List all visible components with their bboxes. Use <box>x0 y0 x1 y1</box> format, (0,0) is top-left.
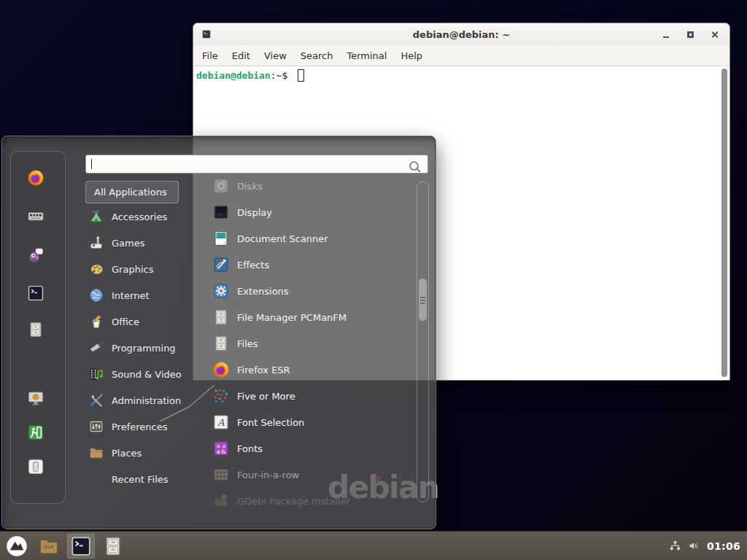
preferences-icon <box>88 419 104 435</box>
category-preferences[interactable]: Preferences <box>85 413 211 440</box>
category-places[interactable]: Places <box>85 440 211 466</box>
category-accessories[interactable]: Accessories <box>85 203 211 230</box>
fonts-icon: aaa& <box>212 440 230 457</box>
taskbar: 01:06 <box>0 531 747 560</box>
application-list: DisksDisplayDocument ScannerEffectsExten… <box>209 173 417 514</box>
terminal-scrollbar-thumb[interactable] <box>721 69 727 377</box>
app-item-fonts[interactable]: aaa&Fonts <box>209 435 417 462</box>
terminal-menu-view[interactable]: View <box>264 50 287 61</box>
menu-scrollbar[interactable] <box>417 182 429 502</box>
favorite-lockscreen-button[interactable] <box>27 389 49 411</box>
taskbar-clock[interactable]: 01:06 <box>707 540 740 552</box>
soundvideo-icon <box>88 366 104 382</box>
svg-text:&: & <box>221 448 226 455</box>
application-menu: All Applications AccessoriesGamesGraphic… <box>1 136 436 529</box>
terminal-menu-terminal[interactable]: Terminal <box>347 50 387 61</box>
app-item-label: GDebi Package Installer <box>237 496 350 507</box>
blank-icon-spacer <box>88 471 104 487</box>
menu-button[interactable] <box>3 534 31 559</box>
files-task-button[interactable] <box>99 534 127 559</box>
logout-icon <box>27 424 44 441</box>
graphics-icon <box>88 261 104 277</box>
fourinrow-icon <box>212 466 230 483</box>
cabinet-icon <box>102 535 124 557</box>
category-graphics[interactable]: Graphics <box>85 256 211 282</box>
terminal-menu-search[interactable]: Search <box>301 50 333 61</box>
app-item-label: Extensions <box>237 286 289 297</box>
terminal-titlebar[interactable]: debian@debian: ~ <box>193 23 729 45</box>
category-programming[interactable]: Programming <box>85 335 211 361</box>
app-item-label: Fonts <box>237 443 263 454</box>
network-indicator[interactable] <box>669 540 681 552</box>
favorite-shutdown-button[interactable] <box>27 458 49 480</box>
terminal-menu-file[interactable]: File <box>202 50 218 61</box>
search-input[interactable] <box>86 155 427 173</box>
terminal-menu-help[interactable]: Help <box>400 50 422 61</box>
category-recent-files[interactable]: Recent Files <box>85 466 211 492</box>
category-games[interactable]: Games <box>85 230 211 256</box>
lockscreen-icon <box>27 389 44 407</box>
app-item-firefox-esr[interactable]: Firefox ESR <box>209 357 417 383</box>
app-item-label: Four-in-a-row <box>237 470 299 481</box>
menu-search-box <box>85 155 428 174</box>
cabinet-icon <box>212 308 230 326</box>
terminal-task-button[interactable] <box>67 534 95 559</box>
app-item-disks[interactable]: Disks <box>209 173 417 199</box>
terminal-window-title: debian@debian: ~ <box>193 29 729 40</box>
app-item-four-in-a-row[interactable]: Four-in-a-row <box>209 462 417 488</box>
category-administration[interactable]: Administration <box>85 387 211 413</box>
terminal-scrollbar[interactable] <box>721 68 728 378</box>
cabinet-icon <box>27 321 44 338</box>
category-label: Graphics <box>112 264 153 275</box>
file-manager-button[interactable] <box>35 534 63 559</box>
app-item-document-scanner[interactable]: Document Scanner <box>209 225 417 252</box>
terminal-menubar: FileEditViewSearchTerminalHelp <box>193 45 729 66</box>
category-internet[interactable]: Internet <box>85 282 211 308</box>
app-item-display[interactable]: Display <box>209 199 417 225</box>
category-office[interactable]: Office <box>85 308 211 335</box>
app-item-font-selection[interactable]: AFont Selection <box>209 409 417 435</box>
app-item-gdebi-package-installer[interactable]: GDebi Package Installer <box>209 488 417 514</box>
favorite-cabinet-button[interactable] <box>27 321 49 343</box>
category-list: AccessoriesGamesGraphicsInternetOfficePr… <box>85 203 211 492</box>
category-sound-video[interactable]: Sound & Video <box>85 361 211 387</box>
close-button[interactable] <box>706 26 722 42</box>
app-item-label: Display <box>237 207 272 218</box>
category-label: Internet <box>112 290 150 301</box>
office-icon <box>88 314 104 330</box>
favorite-keyboard-button[interactable] <box>27 207 49 229</box>
menu-scrollbar-thumb[interactable] <box>419 279 427 321</box>
app-item-label: Effects <box>237 260 269 271</box>
terminal-icon <box>27 284 44 302</box>
fontselection-icon: A <box>212 413 230 431</box>
svg-text:a: a <box>217 448 220 455</box>
app-item-files[interactable]: Files <box>209 330 417 357</box>
app-item-label: File Manager PCManFM <box>237 312 347 323</box>
firefox-icon <box>27 169 44 187</box>
accessories-icon <box>88 209 104 225</box>
category-label: Administration <box>112 395 181 406</box>
app-item-extensions[interactable]: Extensions <box>209 278 417 304</box>
app-item-label: Five or More <box>237 391 295 402</box>
administration-icon <box>88 392 104 408</box>
favorite-pidgin-button[interactable] <box>27 246 49 268</box>
extensions-icon <box>212 282 230 300</box>
scanner-icon <box>212 230 230 247</box>
effects-icon <box>212 256 230 273</box>
favorite-firefox-button[interactable] <box>27 169 49 191</box>
app-item-effects[interactable]: Effects <box>209 252 417 278</box>
minimize-button[interactable] <box>658 26 674 42</box>
terminal-menu-edit[interactable]: Edit <box>232 50 250 61</box>
disks-icon <box>212 177 230 195</box>
svg-text:A: A <box>217 417 225 428</box>
favorite-logout-button[interactable] <box>27 424 49 446</box>
app-item-file-manager-pcmanfm[interactable]: File Manager PCManFM <box>209 304 417 330</box>
volume-indicator[interactable] <box>688 540 700 552</box>
maximize-button[interactable] <box>682 26 698 42</box>
terminal-icon <box>70 535 92 557</box>
category-label: Games <box>112 238 144 249</box>
app-item-label: Firefox ESR <box>237 365 290 376</box>
favorite-terminal-button[interactable] <box>27 284 49 306</box>
all-applications-button[interactable]: All Applications <box>85 181 179 203</box>
app-item-five-or-more[interactable]: Five or More <box>209 383 417 409</box>
